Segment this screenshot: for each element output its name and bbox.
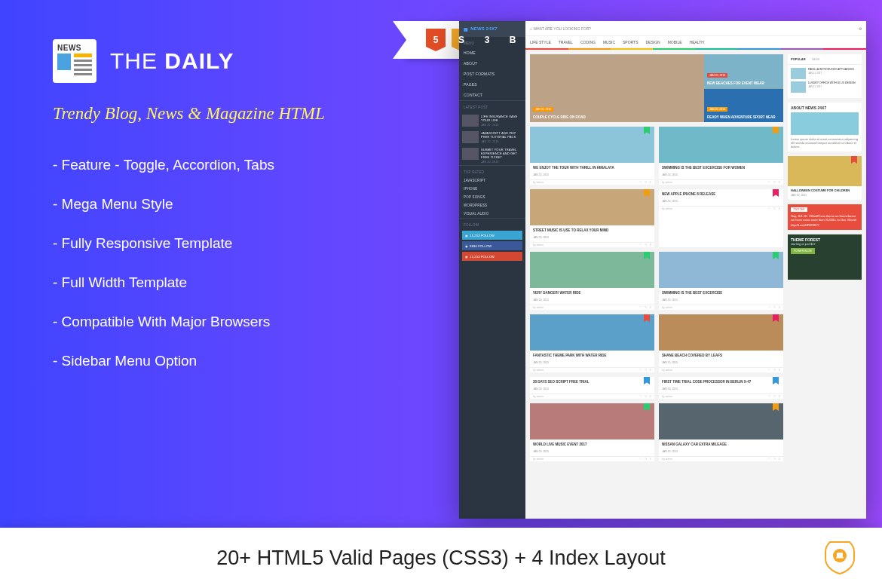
- mock-category-tab[interactable]: DESIGN: [645, 40, 660, 44]
- svg-rect-1: [837, 553, 843, 557]
- heart-icon[interactable]: ♡: [768, 181, 771, 184]
- comment-icon[interactable]: ✎: [645, 243, 647, 247]
- popular-tab[interactable]: POPULAR: [791, 57, 806, 61]
- mock-article-card[interactable]: FIRST TIME TRIAL CODE PROCESSOR IN BERLI…: [659, 377, 783, 399]
- share-icon[interactable]: ⇪: [778, 458, 780, 461]
- forest-ad[interactable]: THEME FOREST starting at just $17 POWER …: [788, 234, 862, 280]
- product-tagline: Trendy Blog, News & Magazine HTML: [53, 104, 429, 124]
- mock-article-card[interactable]: WORLD LIVE MUSIC EVENT 2017JAN 20, 2015b…: [530, 403, 654, 461]
- mock-category-tab[interactable]: SPORTS: [623, 40, 638, 44]
- mock-tag-link[interactable]: VISUAL AUDIO: [459, 210, 525, 218]
- hero-side-title: READY WHEN ADVENTURE SPORT NEAR: [707, 115, 776, 119]
- mock-article-card[interactable]: NEW APPLE IPHONE 8 RELEASEJAN 20, 2015by…: [659, 189, 783, 247]
- comment-icon[interactable]: ✎: [645, 306, 647, 309]
- share-icon[interactable]: ⇪: [649, 181, 651, 184]
- mock-latest-heading: LATEST POST: [459, 100, 525, 112]
- comment-icon[interactable]: ✎: [645, 181, 647, 184]
- feature-item: - Compatible With Major Browsers: [53, 314, 429, 330]
- heart-icon[interactable]: ♡: [639, 369, 642, 372]
- mock-latest-post[interactable]: LIFE INSURANCE SAVE YOUR LIFEJAN 20, 201…: [459, 112, 525, 128]
- comment-icon[interactable]: ✎: [773, 458, 776, 461]
- heart-icon[interactable]: ♡: [768, 207, 771, 210]
- comment-icon[interactable]: ✎: [773, 369, 776, 372]
- mock-social-follow[interactable]: ◉11,253 FOLLOW: [462, 252, 522, 261]
- share-icon[interactable]: ⇪: [778, 181, 780, 184]
- mock-tag-link[interactable]: IPHONE: [459, 185, 525, 193]
- mock-latest-post[interactable]: JAVASCRIPT AND PHP FREE TUTORIAL PACKJAN…: [459, 128, 525, 145]
- share-icon[interactable]: ⇪: [778, 306, 780, 309]
- mock-article-card[interactable]: SWIMMING IS THE BEST EXCERCISE FOR WOMEN…: [659, 127, 783, 185]
- mock-article-card[interactable]: FANTASTIC THEME PARK WITH WATER RIDEJAN …: [530, 314, 654, 372]
- gear-icon[interactable]: ⚙: [859, 26, 862, 31]
- feature-item: - Fully Responsive Template: [53, 235, 429, 252]
- heart-icon[interactable]: ♡: [639, 458, 642, 461]
- mock-tag-link[interactable]: POP SONGS: [459, 193, 525, 201]
- mock-nav-link[interactable]: ABOUT: [459, 58, 525, 69]
- mock-nav-link[interactable]: CONTACT: [459, 90, 525, 100]
- mock-category-tab[interactable]: HEALTH: [690, 40, 704, 44]
- mock-article-card[interactable]: 30 DAYS SEO SCRIPT FREE TRIALJAN 20, 201…: [530, 377, 654, 399]
- mock-popular-item[interactable]: FANILLA INTRODUCED APPLIANCESJAN 11, 201…: [791, 68, 859, 79]
- hero-slider[interactable]: JAN 20, 2016 COUPLE CYCLE RIDE ON ROAD J…: [530, 54, 783, 122]
- hero-title: COUPLE CYCLE RIDE ON ROAD: [533, 115, 586, 119]
- mock-category-tab[interactable]: LIFE STYLE: [530, 40, 551, 44]
- comment-icon[interactable]: ✎: [645, 395, 647, 398]
- hero-side-title: NEW BEACHES FOR EVENT WEAR: [707, 81, 764, 85]
- mock-article-card[interactable]: NISSAN GALAXY CAR EXTRA MILEAGEJAN 20, 2…: [659, 403, 783, 461]
- tags-tab[interactable]: TAGS: [812, 57, 820, 61]
- share-icon[interactable]: ⇪: [649, 458, 651, 461]
- feature-item: - Sidebar Menu Option: [53, 353, 429, 369]
- spotlight-card[interactable]: HALLOWEEN COSTUME FOR CHILDREN JAN 20, 2…: [788, 156, 862, 200]
- share-icon[interactable]: ⇪: [778, 395, 780, 398]
- mock-nav-link[interactable]: HOME: [459, 47, 525, 58]
- mock-category-tab[interactable]: CODING: [580, 40, 596, 44]
- heart-icon[interactable]: ♡: [639, 181, 642, 184]
- share-icon[interactable]: ⇪: [649, 395, 651, 398]
- share-icon[interactable]: ⇪: [649, 243, 651, 247]
- mock-tag-link[interactable]: WORDPRESS: [459, 201, 525, 210]
- svg-rect-2: [836, 557, 844, 559]
- share-icon[interactable]: ⇪: [649, 369, 651, 372]
- search-icon[interactable]: ⌕: [530, 26, 532, 31]
- comment-icon[interactable]: ✎: [773, 181, 776, 184]
- share-icon[interactable]: ⇪: [778, 207, 780, 210]
- heart-icon[interactable]: ♡: [768, 306, 771, 309]
- template-screenshot: ▦ NEWS 24X7 MENU HOMEABOUTPOST FORMATSPA…: [459, 21, 866, 519]
- heart-icon[interactable]: ♡: [639, 243, 642, 247]
- share-icon[interactable]: ⇪: [649, 306, 651, 309]
- product-title: THE DAILY: [110, 48, 234, 74]
- comment-icon[interactable]: ✎: [645, 458, 647, 461]
- mock-social-follow[interactable]: ◉8836 FOLLOW: [462, 241, 522, 250]
- mock-latest-post[interactable]: SUBMIT YOUR TRAVEL EXPERIENCE AND GET FR…: [459, 145, 525, 165]
- mock-article-card[interactable]: STREET MUSIC IS USE TO RELAX YOUR MINDJA…: [530, 189, 654, 247]
- heart-icon[interactable]: ♡: [768, 369, 771, 372]
- comment-icon[interactable]: ✎: [773, 207, 776, 210]
- mock-article-card[interactable]: SHANE BEACH COVERED BY LEAFSJAN 20, 2015…: [659, 314, 783, 372]
- mock-category-tab[interactable]: MUSIC: [603, 40, 615, 44]
- hero-date-tag: JAN 20, 2016: [707, 107, 727, 112]
- mock-nav-link[interactable]: PAGES: [459, 79, 525, 90]
- mock-article-card[interactable]: SWIMMING IS THE BEST EXCERCISEJAN 20, 20…: [659, 252, 783, 310]
- comment-icon[interactable]: ✎: [773, 395, 776, 398]
- mock-logo[interactable]: ▦ NEWS 24X7: [459, 21, 525, 36]
- mock-article-card[interactable]: WE ENJOY THE TOUR WITH THRILL IN HIMALAY…: [530, 127, 654, 185]
- mock-popular-item[interactable]: LUXURY OFFICE WITH UI UX DESIGNJAN 11, 2…: [791, 81, 859, 93]
- share-icon[interactable]: ⇪: [778, 369, 780, 372]
- mock-tag-link[interactable]: JAVASCRIPT: [459, 176, 525, 185]
- mock-search-input[interactable]: WHAT ARE YOU LOOKING FOR?: [533, 26, 859, 31]
- heart-icon[interactable]: ♡: [768, 395, 771, 398]
- mock-nav-link[interactable]: POST FORMATS: [459, 69, 525, 79]
- heart-icon[interactable]: ♡: [768, 458, 771, 461]
- mock-category-tab[interactable]: MOBILE: [668, 40, 682, 44]
- heart-icon[interactable]: ♡: [639, 395, 642, 398]
- comment-icon[interactable]: ✎: [645, 369, 647, 372]
- twitter-widget: TWITTER Hey, JUL 20. #WordPress theme on…: [788, 204, 862, 230]
- mock-social-follow[interactable]: ◉11,253 FOLLOW: [462, 231, 522, 240]
- heart-icon[interactable]: ♡: [639, 306, 642, 309]
- power-elite-badge: POWER ELITE: [791, 248, 815, 254]
- mock-article-card[interactable]: VERY DANGER! WATER RIDEJAN 20, 2015by ad…: [530, 252, 654, 310]
- comment-icon[interactable]: ✎: [773, 306, 776, 309]
- feature-item: - Full Width Template: [53, 274, 429, 291]
- feature-item: - Feature - Toggle, Accordion, Tabs: [53, 157, 429, 173]
- mock-category-tab[interactable]: TRAVEL: [559, 40, 573, 44]
